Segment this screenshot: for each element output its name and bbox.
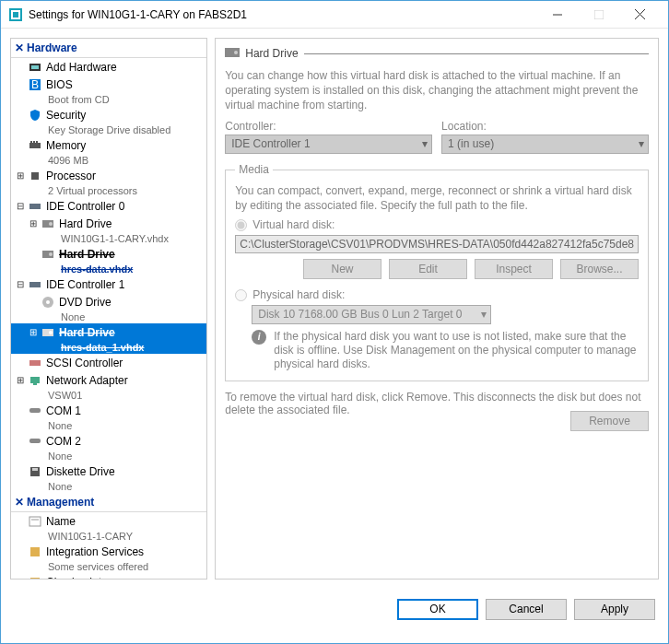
- section-management-label: Management: [27, 496, 94, 509]
- tree-security-sub: Key Storage Drive disabled: [11, 123, 206, 136]
- tree-ide1[interactable]: ⊟ IDE Controller 1: [11, 275, 206, 293]
- settings-icon: [8, 7, 23, 22]
- pane-title: Hard Drive: [245, 47, 298, 60]
- remove-button: Remove: [570, 411, 649, 431]
- svg-point-17: [49, 222, 53, 226]
- chevron-down-icon: ✕: [15, 496, 24, 509]
- titlebar: Settings for WIN10G1-1-CARY on FABS2D1: [1, 1, 668, 29]
- tree-diskette-sub: None: [11, 480, 206, 493]
- inspect-button: Inspect: [475, 259, 553, 279]
- tree-processor[interactable]: ⊞ Processor: [11, 167, 206, 184]
- apply-button[interactable]: Apply: [574, 599, 655, 620]
- tree-bios[interactable]: B BIOS: [11, 76, 206, 93]
- maximize-button: [578, 2, 619, 28]
- svg-rect-13: [36, 141, 38, 143]
- media-group: Media You can compact, convert, expand, …: [225, 163, 649, 381]
- harddrive-icon: [41, 217, 55, 231]
- svg-rect-12: [33, 141, 35, 143]
- chevron-down-icon: ✕: [15, 41, 24, 54]
- svg-rect-10: [29, 143, 41, 148]
- processor-icon: [28, 169, 42, 183]
- tree-memory-sub: 4096 MB: [11, 154, 206, 167]
- tree-processor-sub: 2 Virtual processors: [11, 184, 206, 197]
- collapse-icon[interactable]: ⊟: [15, 277, 26, 292]
- expand-icon[interactable]: ⊞: [28, 217, 39, 231]
- tree-add-hardware[interactable]: Add Hardware: [11, 58, 206, 76]
- tree-network[interactable]: ⊞ Network Adapter: [11, 371, 206, 389]
- dialog-buttons: OK Cancel Apply: [1, 589, 668, 629]
- tree-ide0[interactable]: ⊟ IDE Controller 0: [11, 197, 206, 215]
- tree-ide1-dvd[interactable]: DVD Drive: [11, 293, 206, 310]
- collapse-icon[interactable]: ⊟: [15, 199, 26, 214]
- phd-select: Disk 10 7168.00 GB Bus 0 Lun 2 Target 0: [252, 305, 491, 324]
- svg-rect-20: [29, 282, 41, 287]
- com-port-icon: [28, 404, 42, 418]
- phd-radio: [235, 289, 247, 301]
- minimize-button[interactable]: [536, 2, 578, 28]
- svg-rect-26: [30, 377, 40, 383]
- tree-security[interactable]: Security: [11, 106, 206, 123]
- tree-ide0-hd[interactable]: ⊞ Hard Drive: [11, 215, 206, 232]
- dvd-icon: [41, 295, 55, 310]
- com-port-icon: [28, 434, 42, 449]
- svg-rect-11: [30, 141, 32, 143]
- tree-ide0-hd2[interactable]: Hard Drive: [11, 245, 206, 263]
- tree-ide0-hd-sub: WIN10G1-1-CARY.vhdx: [11, 232, 206, 245]
- harddrive-icon: [41, 325, 55, 340]
- bios-icon: B: [28, 77, 42, 92]
- tree-name[interactable]: Name: [11, 512, 206, 530]
- new-button: New: [303, 259, 381, 279]
- tree-scsi[interactable]: SCSI Controller: [11, 354, 206, 371]
- tree-ide1-hd-sub: hres-data_1.vhdx: [11, 341, 206, 354]
- pane-description: You can change how this virtual hard dis…: [225, 68, 649, 112]
- expand-icon[interactable]: ⊞: [28, 325, 39, 340]
- details-pane: Hard Drive You can change how this virtu…: [215, 38, 659, 580]
- divider: [304, 53, 649, 54]
- svg-point-24: [49, 331, 53, 334]
- ok-button[interactable]: OK: [397, 599, 478, 620]
- tree-checkpoints[interactable]: Checkpoints: [11, 573, 206, 580]
- svg-rect-35: [30, 578, 40, 580]
- tree-com1[interactable]: COM 1: [11, 402, 206, 419]
- section-hardware[interactable]: ✕ Hardware: [11, 39, 206, 58]
- svg-rect-28: [29, 408, 41, 413]
- checkpoints-icon: [28, 575, 42, 580]
- memory-icon: [28, 138, 42, 153]
- tree-memory[interactable]: Memory: [11, 136, 206, 154]
- cancel-button[interactable]: Cancel: [486, 599, 567, 620]
- tree-com1-sub: None: [11, 419, 206, 432]
- tree-name-sub: WIN10G1-1-CARY: [11, 530, 206, 543]
- close-button[interactable]: [619, 2, 661, 28]
- svg-point-37: [234, 51, 238, 54]
- svg-rect-7: [31, 65, 39, 69]
- tree-network-sub: VSW01: [11, 389, 206, 402]
- tree-ide1-hd[interactable]: ⊞ Hard Drive: [11, 323, 206, 341]
- tree-integration[interactable]: Integration Services: [11, 543, 206, 560]
- window-title: Settings for WIN10G1-1-CARY on FABS2D1: [29, 8, 536, 21]
- svg-rect-34: [30, 547, 40, 556]
- svg-rect-29: [29, 439, 41, 443]
- section-management[interactable]: ✕ Management: [11, 493, 206, 512]
- vhd-path-input: C:\ClusterStorage\CSV01\PRODVMS\HRES-DAT…: [235, 235, 639, 253]
- expand-icon[interactable]: ⊞: [15, 373, 26, 388]
- scsi-icon: [28, 356, 42, 370]
- phd-info: If the physical hard disk you want to us…: [274, 330, 639, 371]
- tree-diskette[interactable]: Diskette Drive: [11, 463, 206, 480]
- tree-com2[interactable]: COM 2: [11, 432, 206, 450]
- integration-icon: [28, 544, 42, 559]
- svg-rect-3: [594, 10, 604, 19]
- expand-icon[interactable]: ⊞: [15, 169, 26, 183]
- media-legend: Media: [235, 163, 273, 176]
- browse-button: Browse...: [560, 259, 639, 279]
- controller-select: IDE Controller 1: [225, 135, 432, 154]
- svg-rect-31: [32, 468, 38, 471]
- settings-tree[interactable]: ✕ Hardware Add Hardware B BIOS Boot from…: [10, 38, 207, 580]
- svg-rect-25: [29, 360, 41, 366]
- tree-integration-sub: Some services offered: [11, 560, 206, 573]
- add-hardware-icon: [28, 60, 42, 75]
- vhd-radio: [235, 219, 247, 231]
- section-hardware-label: Hardware: [27, 41, 77, 54]
- harddrive-icon: [225, 46, 240, 61]
- harddrive-icon: [41, 247, 55, 262]
- svg-rect-32: [29, 517, 41, 526]
